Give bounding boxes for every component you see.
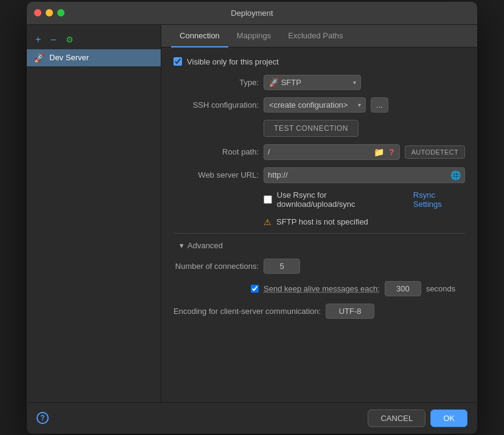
tab-connection[interactable]: Connection bbox=[171, 25, 228, 47]
help-icon: ? bbox=[37, 412, 49, 424]
rsync-label: Use Rsync for download/upload/sync bbox=[277, 190, 405, 209]
ssh-config-select[interactable]: <create configuration> bbox=[264, 97, 366, 113]
tab-mappings[interactable]: Mappings bbox=[228, 25, 279, 47]
test-connection-row: TEST CONNECTION bbox=[173, 120, 465, 144]
traffic-lights bbox=[34, 9, 65, 16]
type-select-wrapper: 🚀 SFTP FTP FTPS bbox=[264, 75, 361, 90]
sidebar-item-dev-server[interactable]: 🚀 Dev Server bbox=[27, 49, 161, 66]
warning-icon: ⚠ bbox=[264, 217, 271, 227]
keepalive-checkbox[interactable] bbox=[251, 285, 259, 293]
deployment-window: Deployment + – ⚙ 🚀 Dev Server Connection bbox=[27, 2, 477, 434]
browse-folder-button[interactable]: 📁 bbox=[373, 147, 385, 157]
keepalive-suffix: seconds bbox=[426, 284, 455, 293]
add-server-button[interactable]: + bbox=[33, 33, 43, 46]
type-select[interactable]: 🚀 SFTP FTP FTPS bbox=[264, 75, 361, 90]
root-path-label: Root path: bbox=[173, 147, 259, 156]
help-button[interactable]: ? bbox=[37, 412, 49, 424]
main-panel: Connection Mappings Excluded Paths Visib… bbox=[161, 25, 477, 402]
keepalive-row: Send keep alive messages each: seconds bbox=[173, 281, 465, 296]
root-path-row: Root path: 📁 ? AUTODETECT bbox=[173, 144, 465, 160]
ok-button[interactable]: OK bbox=[430, 409, 467, 427]
warning-text: SFTP host is not specified bbox=[276, 217, 368, 226]
web-url-label: Web server URL: bbox=[173, 170, 259, 179]
advanced-label: Advanced bbox=[187, 241, 223, 250]
server-icon: 🚀 bbox=[34, 53, 44, 63]
warning-row: ⚠ SFTP host is not specified bbox=[173, 217, 465, 227]
ssh-config-select-wrapper: <create configuration> bbox=[264, 97, 366, 113]
web-url-input[interactable] bbox=[268, 170, 450, 179]
connections-label: Number of connections: bbox=[173, 262, 259, 271]
keepalive-label: Send keep alive messages each: bbox=[264, 284, 380, 293]
maximize-button[interactable] bbox=[57, 9, 65, 16]
advanced-toggle[interactable]: ▾ Advanced bbox=[173, 241, 465, 250]
sidebar: + – ⚙ 🚀 Dev Server bbox=[27, 25, 161, 402]
minimize-button[interactable] bbox=[46, 9, 53, 16]
type-row: Type: 🚀 SFTP FTP FTPS bbox=[173, 75, 465, 90]
root-path-input-wrapper: 📁 ? bbox=[264, 144, 400, 160]
connections-input[interactable] bbox=[264, 259, 300, 274]
encoding-label: Encoding for client-server communication… bbox=[173, 307, 321, 316]
content-area: + – ⚙ 🚀 Dev Server Connection Mappings E… bbox=[27, 25, 477, 402]
rsync-checkbox[interactable] bbox=[264, 195, 272, 204]
ssh-config-more-button[interactable]: ... bbox=[371, 97, 388, 113]
globe-icon: 🌐 bbox=[450, 170, 461, 180]
visible-only-row: Visible only for this project bbox=[173, 57, 465, 66]
window-title: Deployment bbox=[231, 9, 273, 18]
encoding-input[interactable] bbox=[326, 304, 374, 319]
keepalive-input[interactable] bbox=[385, 281, 421, 296]
form-area: Visible only for this project Type: 🚀 SF… bbox=[161, 47, 477, 402]
rsync-row: Use Rsync for download/upload/sync Rsync… bbox=[173, 190, 465, 209]
server-name: Dev Server bbox=[49, 53, 89, 62]
visible-only-label: Visible only for this project bbox=[187, 57, 279, 66]
web-url-row: Web server URL: 🌐 bbox=[173, 167, 465, 183]
settings-server-button[interactable]: ⚙ bbox=[63, 34, 76, 45]
root-path-help-button[interactable]: ? bbox=[388, 147, 396, 157]
close-button[interactable] bbox=[34, 9, 41, 16]
rsync-settings-link[interactable]: Rsync Settings bbox=[413, 190, 465, 209]
remove-server-button[interactable]: – bbox=[48, 33, 58, 46]
cancel-button[interactable]: CANCEL bbox=[368, 409, 425, 427]
titlebar: Deployment bbox=[27, 2, 477, 25]
divider bbox=[173, 233, 465, 234]
type-label: Type: bbox=[173, 78, 259, 87]
web-url-input-wrapper: 🌐 bbox=[264, 167, 465, 183]
tabs-bar: Connection Mappings Excluded Paths bbox=[161, 25, 477, 47]
sidebar-toolbar: + – ⚙ bbox=[27, 30, 161, 49]
ssh-config-row: SSH configuration: <create configuration… bbox=[173, 97, 465, 113]
chevron-down-icon: ▾ bbox=[180, 241, 184, 250]
connections-row: Number of connections: bbox=[173, 259, 465, 274]
autodetect-button[interactable]: AUTODETECT bbox=[405, 145, 465, 159]
root-path-input[interactable] bbox=[268, 147, 370, 156]
ssh-config-label: SSH configuration: bbox=[173, 100, 259, 110]
footer: ? CANCEL OK bbox=[27, 402, 477, 434]
test-connection-button[interactable]: TEST CONNECTION bbox=[264, 120, 359, 137]
visible-only-checkbox[interactable] bbox=[173, 57, 182, 66]
footer-buttons: CANCEL OK bbox=[368, 409, 467, 427]
tab-excluded-paths[interactable]: Excluded Paths bbox=[279, 25, 351, 47]
encoding-row: Encoding for client-server communication… bbox=[173, 304, 465, 319]
